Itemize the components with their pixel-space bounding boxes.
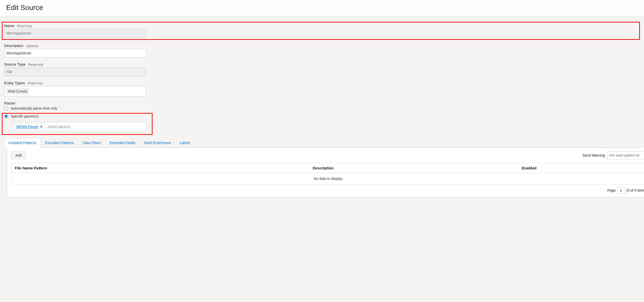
entity-types-hint: Read-only [28, 81, 43, 85]
parser-specific-group: Specific parser(s) MERN Parser ✕ Select … [2, 113, 153, 135]
included-patterns-panel: Add Send Warning File Name Pattern Descr… [7, 148, 644, 198]
page-header: Edit Source [0, 0, 644, 17]
page-summary: (0 of 0 item [626, 188, 644, 192]
parser-radio-specific[interactable] [4, 114, 8, 118]
description-label: Description Optional [4, 43, 640, 48]
source-type-hint: Read-only [28, 63, 43, 66]
parser-option-auto[interactable]: Automatically parse time only [4, 106, 640, 110]
tab-extended-fields[interactable]: Extended Fields [105, 138, 140, 148]
tab-data-filters[interactable]: Data Filters [78, 138, 106, 148]
name-hint: Read-only [17, 24, 32, 28]
parser-chip: MERN Parser ✕ [14, 123, 45, 130]
pager: Page (0 of 0 item [12, 184, 644, 194]
col-description: Description [309, 163, 519, 173]
name-label-text: Name [4, 24, 14, 28]
form-content: Name Read-only Description Optional Sour… [0, 17, 644, 203]
parser-chip-link[interactable]: MERN Parser [16, 125, 38, 129]
add-button[interactable]: Add [12, 152, 26, 159]
send-warning-select[interactable] [607, 151, 644, 159]
col-enabled: Enabled [519, 163, 644, 173]
entity-types-input: Host (Linux) [4, 86, 146, 96]
source-type-field-group: Source Type Read-only [4, 62, 640, 76]
name-field-group: Name Read-only [2, 22, 640, 40]
tab-field-enrichment[interactable]: Field Enrichment [140, 138, 175, 148]
parser-select-input[interactable]: MERN Parser ✕ Select parsers [12, 122, 146, 132]
page-label: Page [607, 188, 616, 192]
send-warning-label: Send Warning [582, 153, 605, 157]
entity-types-label-text: Entity Types [4, 81, 25, 85]
page-title: Edit Source [6, 4, 638, 12]
parser-field-group: Parser Automatically parse time only [4, 101, 640, 110]
table-header-row: File Name Pattern Description Enabled [12, 163, 644, 173]
description-field-group: Description Optional [4, 43, 640, 57]
col-file-name-pattern: File Name Pattern [12, 163, 309, 173]
parser-radio-specific-label: Specific parser(s) [11, 114, 39, 118]
entity-types-label: Entity Types Read-only [4, 81, 640, 85]
parser-placeholder: Select parsers [47, 125, 70, 129]
panel-toolbar: Add Send Warning [12, 151, 644, 159]
page-input[interactable] [618, 187, 624, 194]
entity-types-field-group: Entity Types Read-only Host (Linux) [4, 81, 640, 96]
source-type-input [4, 67, 146, 76]
table-row: No data to display. [12, 173, 644, 184]
tabs: Included Patterns Excluded Patterns Data… [4, 138, 640, 148]
no-data-message: No data to display. [12, 173, 644, 184]
tab-included-patterns[interactable]: Included Patterns [4, 138, 41, 148]
description-hint: Optional [26, 44, 38, 48]
patterns-table: File Name Pattern Description Enabled No… [12, 163, 644, 184]
description-input[interactable] [4, 49, 146, 57]
parser-label: Parser [4, 101, 640, 105]
source-type-label-text: Source Type [4, 62, 26, 66]
tab-labels[interactable]: Labels [175, 138, 194, 148]
name-label: Name Read-only [4, 24, 638, 28]
close-icon[interactable]: ✕ [40, 125, 43, 129]
description-label-text: Description [4, 43, 23, 48]
source-type-label: Source Type Read-only [4, 62, 640, 66]
parser-radio-auto-label: Automatically parse time only [11, 106, 57, 110]
entity-type-chip: Host (Linux) [6, 88, 29, 94]
parser-option-specific[interactable]: Specific parser(s) [4, 114, 150, 118]
name-input [4, 29, 146, 38]
parser-radio-auto[interactable] [4, 106, 8, 110]
tab-excluded-patterns[interactable]: Excluded Patterns [41, 138, 78, 148]
